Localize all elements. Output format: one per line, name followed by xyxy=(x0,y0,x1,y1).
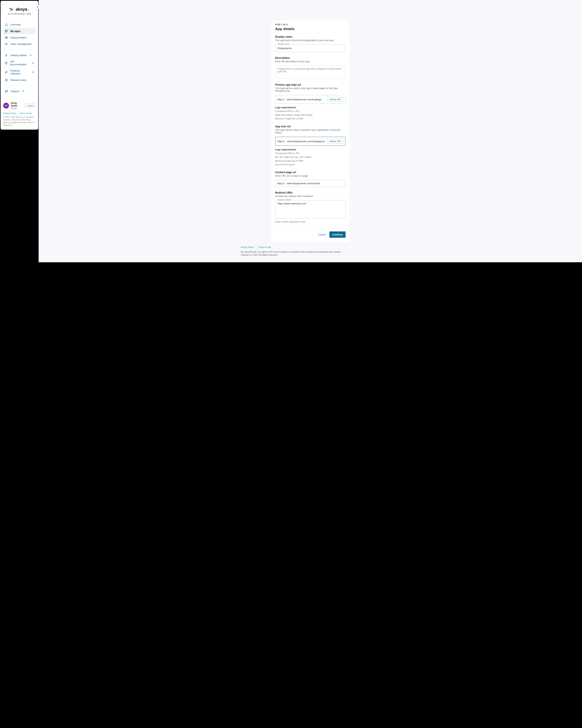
step-indicator: STEP 1 OF 4 xyxy=(275,24,345,26)
contact-url-input[interactable] xyxy=(287,182,343,185)
external-link-icon xyxy=(30,54,32,56)
primary-logo-url-input[interactable] xyxy=(287,98,325,101)
nav-label: Getting started xyxy=(10,54,27,57)
page-title: App details xyxy=(275,27,345,31)
external-link-icon xyxy=(32,62,34,64)
url-protocol: https:// xyxy=(277,182,285,185)
section-display-name: Display name This app name should be rec… xyxy=(275,35,345,52)
section-title: Description xyxy=(275,56,345,59)
privacy-policy-link[interactable]: Privacy Policy xyxy=(3,112,16,114)
app-icon-url-input[interactable] xyxy=(287,140,325,143)
section-title: Redirect URIs xyxy=(275,191,345,194)
form-actions: Cancel Continue xyxy=(275,231,345,238)
svg-rect-3 xyxy=(5,30,6,31)
nav-label: Team management xyxy=(10,43,32,46)
svg-rect-1 xyxy=(11,9,13,10)
svg-rect-10 xyxy=(5,79,7,81)
nav-label: API documentation xyxy=(10,60,29,66)
requirements-list: Logo requirements: Transparent PNG or JP… xyxy=(275,148,345,166)
nav-team-management[interactable]: Team management xyxy=(2,41,36,47)
nav-separator xyxy=(3,85,35,86)
brand-dot: . xyxy=(28,7,29,12)
sidebar: akoya. DATA RECIPEINT HUB Overview My ap… xyxy=(1,1,38,130)
nav-data-providers[interactable]: Data providers xyxy=(2,34,36,41)
nav-getting-started[interactable]: Getting started xyxy=(2,52,36,58)
svg-rect-5 xyxy=(5,31,6,32)
lightning-icon xyxy=(5,54,8,57)
nav-label: My apps xyxy=(10,30,20,32)
terms-of-use-link[interactable]: Terms of Use xyxy=(20,112,32,114)
section-hint: Enter the description of your app. xyxy=(275,60,345,63)
footer-copyright: ©Akoya LLC 2022. All Rights Reserved. xyxy=(241,253,380,257)
section-title: App icon url xyxy=(275,125,345,128)
svg-rect-2 xyxy=(10,10,12,11)
logo-mark-icon xyxy=(9,7,15,11)
sidebar-nav: Overview My apps Data providers Team man… xyxy=(1,16,38,95)
section-title: Contact page url xyxy=(275,171,345,174)
validate-url-button[interactable]: Validate URL xyxy=(327,139,343,144)
svg-rect-4 xyxy=(6,30,7,31)
validate-url-button[interactable]: Validate URL xyxy=(327,97,343,102)
section-hint: This logo will be used in your app's det… xyxy=(275,87,345,92)
user-role: Admin xyxy=(11,107,23,109)
user-row: OP Emily Smith Admin Logout xyxy=(3,102,35,109)
requirements-title: Logo requirements: xyxy=(275,148,345,152)
bank-icon xyxy=(5,36,8,39)
field-label: Redirect URI(s)* xyxy=(277,199,293,201)
section-title: Primary app logo url xyxy=(275,83,345,86)
requirement-item: Min. 40 x 40px and max. 200 x 200px xyxy=(275,155,345,159)
rocket-icon xyxy=(5,71,8,74)
nav-my-apps[interactable]: My apps xyxy=(2,28,36,34)
continue-button[interactable]: Continue xyxy=(329,231,345,238)
main-content: STEP 1 OF 4 App details Display name Thi… xyxy=(38,0,582,262)
requirement-item: Maximum image size of 2MB xyxy=(275,159,345,163)
external-link-icon xyxy=(32,71,34,73)
svg-point-6 xyxy=(5,43,6,44)
description-input[interactable]: Finpayments is a payments app that is de… xyxy=(275,66,345,78)
nav-overview[interactable]: Overview xyxy=(2,21,36,28)
external-link-icon xyxy=(22,90,24,92)
section-contact: Contact page url Enter URL for Contact U… xyxy=(275,171,345,187)
sidebar-footer: OP Emily Smith Admin Logout Privacy Poli… xyxy=(1,100,38,130)
nav-label: Data providers xyxy=(10,36,27,39)
svg-point-7 xyxy=(7,43,7,44)
footer-cookie-text: By using this site, you agree to the use… xyxy=(241,250,380,254)
nav-label: Postman collection xyxy=(10,69,29,75)
document-icon xyxy=(5,61,8,64)
redirect-uris-input[interactable]: https://www.redirecturi.com xyxy=(275,200,345,218)
requirements-list: Logo requirements: Transparent PNG or JP… xyxy=(275,106,345,121)
nav-postman-collection[interactable]: Postman collection xyxy=(2,68,36,77)
section-primary-logo: Primary app logo url This logo will be u… xyxy=(275,83,345,121)
field-label: Display name xyxy=(277,43,290,45)
requirement-item: Maximum image size of 2MB xyxy=(275,117,345,121)
requirements-title: Logo requirements: xyxy=(275,106,345,109)
section-hint: This logo will be used to represent your… xyxy=(275,129,345,134)
svg-rect-0 xyxy=(9,8,11,9)
section-hint: Enter URL for Contact Us page xyxy=(275,175,345,177)
section-hint: At least one redirect URI is required. xyxy=(275,195,345,198)
sidebar-collapse-button[interactable] xyxy=(36,5,40,9)
sidebar-copyright: © 2019 - 2022 Akoya LLC. All rights rese… xyxy=(3,116,35,127)
form-card: STEP 1 OF 4 App details Display name Thi… xyxy=(271,21,350,242)
avatar: OP xyxy=(3,103,9,108)
nav-support[interactable]: Support xyxy=(2,88,36,95)
footer-privacy-link[interactable]: Privacy Policy xyxy=(241,246,254,249)
nav-label: Overview xyxy=(10,23,21,26)
nav-release-notes[interactable]: Release notes xyxy=(2,77,36,83)
user-name: Emily Smith xyxy=(11,102,23,107)
logout-button[interactable]: Logout xyxy=(25,104,35,108)
mail-icon xyxy=(5,89,8,93)
collapse-icon xyxy=(37,6,39,8)
footer-terms-link[interactable]: Terms of Use xyxy=(258,246,271,249)
requirement-item: Transparent PNG or JPG xyxy=(275,109,345,113)
requirement-item: Width 200-1024px. Height 200-1024px xyxy=(275,113,345,117)
url-protocol: https:// xyxy=(277,98,285,101)
brand-logo: akoya. xyxy=(9,7,29,12)
nav-api-documentation[interactable]: API documentation xyxy=(2,58,36,68)
page-footer: Privacy Policy Terms of Use By using thi… xyxy=(237,246,384,257)
requirement-item: Icon must be square xyxy=(275,163,345,166)
requirement-item: Transparent PNG or JPG xyxy=(275,152,345,155)
display-name-input[interactable] xyxy=(275,44,345,52)
notes-icon xyxy=(5,78,8,81)
cancel-button[interactable]: Cancel xyxy=(318,233,326,236)
